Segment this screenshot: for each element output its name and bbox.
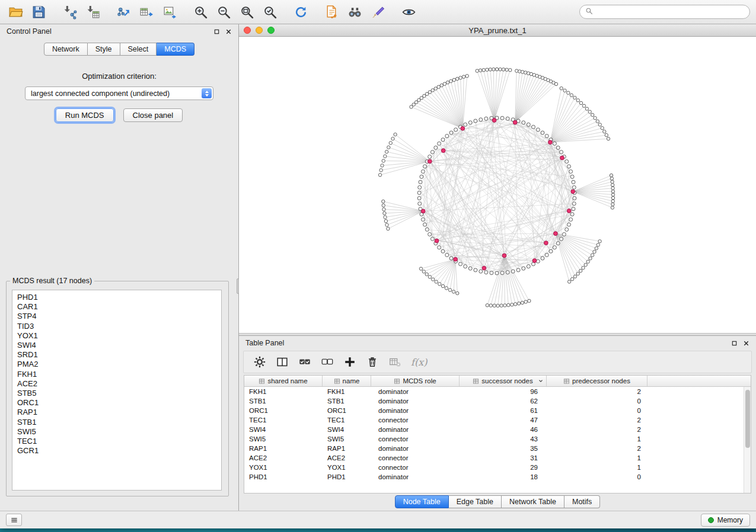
run-mcds-button[interactable]: Run MCDS (56, 108, 114, 122)
tab-style[interactable]: Style (88, 43, 120, 56)
network-canvas[interactable] (239, 37, 756, 333)
split-column-icon[interactable] (274, 354, 291, 370)
zoom-fit-icon[interactable] (237, 2, 256, 21)
clone-network-icon[interactable] (322, 2, 341, 21)
table-row[interactable]: SWI5SWI5connector431 (244, 434, 751, 444)
deselect-all-icon[interactable] (319, 354, 336, 370)
maximize-window-icon[interactable] (267, 27, 275, 34)
table-row[interactable]: YOX1YOX1connector291 (244, 463, 751, 472)
criterion-select[interactable]: largest connected component (undirected) (25, 86, 213, 100)
column-header-successor-nodes[interactable]: successor nodes (460, 376, 547, 386)
column-header-MCDS-role[interactable]: MCDS role (371, 376, 460, 386)
mcds-result-item[interactable]: ACE2 (12, 379, 221, 389)
mcds-result-item[interactable]: TID3 (12, 322, 221, 331)
export-table-icon[interactable] (137, 2, 156, 21)
zoom-out-icon[interactable] (214, 2, 233, 21)
graphics-details-icon[interactable] (368, 2, 387, 21)
close-table-panel-icon[interactable] (743, 340, 749, 347)
table-tabs: Node TableEdge TableNetwork TableMotifs (239, 495, 756, 508)
table-row[interactable]: ORC1ORC1dominator610 (244, 406, 751, 415)
close-panel-button[interactable]: Close panel (123, 108, 183, 122)
search-box[interactable] (579, 5, 750, 19)
column-grid-icon (563, 378, 570, 384)
table-scrollbar[interactable] (744, 387, 751, 493)
close-panel-icon[interactable] (225, 28, 232, 35)
find-icon[interactable] (345, 2, 364, 21)
mcds-result-item[interactable]: SWI5 (12, 427, 221, 437)
apply-layout-icon[interactable] (291, 2, 310, 21)
mcds-result-item[interactable]: RAP1 (12, 408, 221, 417)
mcds-result-fieldset: MCDS result (17 nodes) PHD1CAR1STP4TID3Y… (6, 277, 229, 496)
column-header-predecessor-nodes[interactable]: predecessor nodes (547, 376, 647, 386)
table-row[interactable]: PHD1PHD1dominator180 (244, 472, 751, 482)
add-icon[interactable] (342, 354, 358, 370)
cytoscape-window: Control Panel NetworkStyleSelectMCDS Opt… (0, 0, 756, 528)
memory-label: Memory (717, 516, 743, 524)
close-window-icon[interactable] (244, 27, 251, 34)
mcds-result-item[interactable]: GCR1 (12, 446, 221, 456)
import-network-icon[interactable] (60, 2, 79, 21)
window-traffic-lights (244, 27, 275, 34)
table-row[interactable]: ACE2ACE2connector311 (244, 453, 751, 463)
mcds-result-list[interactable]: PHD1CAR1STP4TID3YOX1SWI4SRD1PMA2FKH1ACE2… (12, 290, 222, 491)
mcds-result-item[interactable]: STP4 (12, 312, 221, 321)
search-input[interactable] (596, 8, 744, 16)
mcds-result-item[interactable]: STB5 (12, 389, 221, 398)
import-table-icon[interactable] (83, 2, 102, 21)
table-row[interactable]: SWI4SWI4dominator462 (244, 425, 751, 434)
minimize-window-icon[interactable] (256, 27, 263, 34)
tab-mcds[interactable]: MCDS (157, 43, 194, 56)
mcds-result-item[interactable]: PHD1 (12, 293, 221, 302)
table-panel-title: Table Panel (245, 339, 284, 347)
column-grid-icon (259, 378, 265, 384)
export-image-icon[interactable] (160, 2, 179, 21)
column-header-name[interactable]: name (323, 376, 371, 386)
control-panel-title: Control Panel (7, 27, 52, 36)
function-builder-icon: f(x) (409, 354, 429, 370)
show-hide-eye-icon[interactable] (399, 2, 418, 21)
mcds-result-item[interactable]: SRD1 (12, 350, 221, 360)
delete-icon[interactable] (364, 354, 381, 370)
delete-table-icon (387, 354, 403, 370)
table-row[interactable]: RAP1RAP1dominator352 (244, 444, 751, 453)
network-graph[interactable] (239, 37, 756, 333)
column-settings-icon[interactable] (251, 354, 268, 370)
save-session-icon[interactable] (29, 2, 48, 21)
column-grid-icon (334, 378, 340, 384)
table-header-row: shared namenameMCDS rolesuccessor nodesp… (244, 376, 751, 387)
table-tab-network-table[interactable]: Network Table (502, 495, 564, 508)
memory-button[interactable]: Memory (701, 514, 750, 527)
select-all-icon[interactable] (296, 354, 313, 370)
select-stepper-icon (202, 88, 212, 98)
table-row[interactable]: TEC1TEC1connector472 (244, 415, 751, 425)
mcds-result-item[interactable]: PMA2 (12, 360, 221, 369)
table-panel: Table Panel f(x) shared namenameMCDS rol… (239, 335, 756, 511)
column-header-shared-name[interactable]: shared name (244, 376, 323, 386)
tab-network[interactable]: Network (44, 43, 88, 56)
float-panel-icon[interactable] (213, 28, 220, 35)
table-row[interactable]: FKH1FKH1dominator962 (244, 387, 751, 396)
tab-select[interactable]: Select (120, 43, 157, 56)
open-session-icon[interactable] (6, 2, 25, 21)
table-tab-motifs[interactable]: Motifs (564, 495, 600, 508)
zoom-selected-icon[interactable] (260, 2, 279, 21)
search-icon (585, 7, 593, 17)
network-window: YPA_prune.txt_1 (239, 24, 756, 333)
float-table-panel-icon[interactable] (731, 340, 738, 347)
table-row[interactable]: STB1STB1dominator620 (244, 396, 751, 406)
sort-chevron-icon[interactable] (538, 378, 544, 384)
zoom-in-icon[interactable] (191, 2, 210, 21)
table-tab-node-table[interactable]: Node Table (395, 495, 449, 508)
menu-button[interactable] (6, 514, 22, 526)
mcds-result-item[interactable]: STB1 (12, 418, 221, 427)
mcds-result-item[interactable]: SWI4 (12, 341, 221, 350)
mcds-result-item[interactable]: CAR1 (12, 302, 221, 312)
table-tab-edge-table[interactable]: Edge Table (449, 495, 502, 508)
mcds-result-item[interactable]: TEC1 (12, 437, 221, 446)
mcds-result-item[interactable]: FKH1 (12, 370, 221, 379)
mcds-result-item[interactable]: YOX1 (12, 331, 221, 341)
scrollbar-thumb[interactable] (745, 390, 750, 448)
export-network-icon[interactable] (114, 2, 133, 21)
network-titlebar[interactable]: YPA_prune.txt_1 (239, 24, 756, 37)
mcds-result-item[interactable]: ORC1 (12, 398, 221, 408)
